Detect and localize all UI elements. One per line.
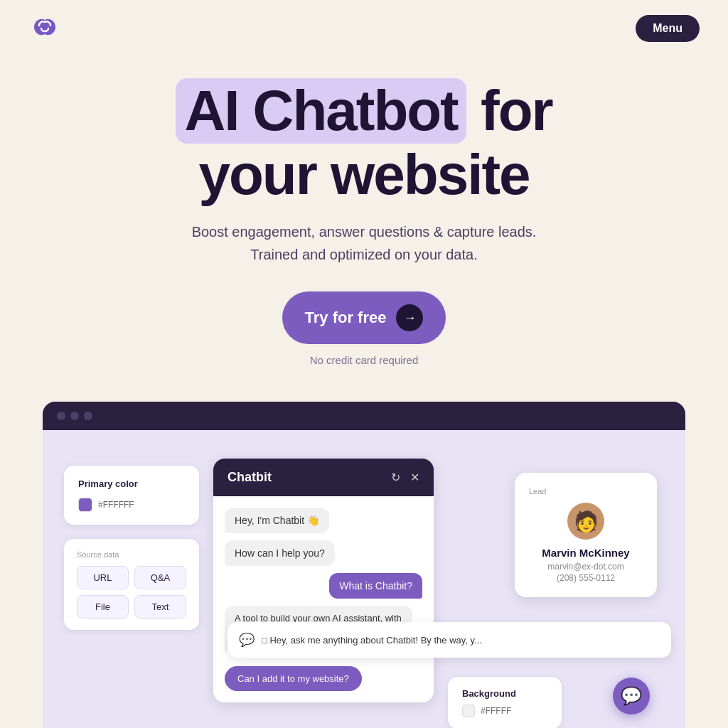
source-data-card: Source data URL Q&A File Text [64, 539, 199, 630]
chat-notification: 💬 □ Hey, ask me anything about Chatbit! … [228, 622, 671, 658]
menu-button[interactable]: Menu [636, 15, 700, 42]
background-card: Background #FFFFF [448, 677, 562, 728]
source-item-url[interactable]: URL [77, 566, 129, 589]
bg-swatch[interactable] [462, 705, 475, 717]
right-area: Lead 🧑 Marvin McKinney marvin@ex-dot.com… [448, 459, 664, 728]
color-swatch-row: #FFFFFF [78, 498, 185, 512]
notification-text: □ Hey, ask me anything about Chatbit! By… [262, 635, 482, 646]
bg-hex-value: #FFFFF [481, 706, 511, 716]
lead-email: marvin@ex-dot.com [529, 562, 643, 572]
notification-icon: 💬 [239, 632, 255, 648]
logo[interactable] [28, 14, 61, 43]
chatbot-panel: Chatbit ↻ ✕ Hey, I'm Chatbit 👋 How can I… [213, 459, 434, 702]
color-hex-value: #FFFFFF [98, 500, 134, 510]
source-item-file[interactable]: File [77, 595, 129, 619]
primary-color-label: Primary color [78, 478, 185, 489]
cta-label: Try for free [305, 309, 387, 327]
source-item-text[interactable]: Text [134, 595, 186, 619]
navbar: Menu [0, 0, 728, 57]
chatbot-cta-button[interactable]: Can I add it to my website? [225, 666, 362, 691]
primary-color-card: Primary color #FFFFFF [64, 466, 199, 525]
headline-highlight: AI Chatbot [176, 78, 466, 144]
browser-dot-3 [84, 412, 92, 420]
user-message: What is Chatbit? [225, 573, 422, 599]
lead-card: Lead 🧑 Marvin McKinney marvin@ex-dot.com… [515, 473, 657, 597]
lead-name: Marvin McKinney [529, 547, 643, 559]
lead-avatar: 🧑 [567, 503, 604, 540]
lead-label: Lead [529, 487, 643, 496]
cta-button[interactable]: Try for free → [282, 291, 446, 344]
source-data-label: Source data [77, 550, 186, 559]
color-swatch[interactable] [78, 498, 92, 512]
lead-phone: (208) 555-0112 [529, 573, 643, 583]
browser-content: Primary color #FFFFFF Source data URL Q&… [43, 430, 685, 728]
bg-swatch-row: #FFFFF [462, 705, 547, 717]
browser-dot-2 [70, 412, 79, 420]
hero-subtext: Boost engagement, answer questions & cap… [186, 220, 542, 266]
chat-widget-icon: 💬 [621, 686, 642, 706]
bot-message-2: How can I help you? [225, 540, 422, 566]
cta-arrow-icon: → [396, 304, 423, 331]
close-icon[interactable]: ✕ [410, 471, 419, 484]
background-card-label: Background [462, 688, 547, 699]
hero-headline: AI Chatbot for your website [14, 78, 714, 206]
chatbot-header: Chatbit ↻ ✕ [213, 459, 434, 496]
headline-part3: your website [198, 143, 529, 206]
chatbot-body: Hey, I'm Chatbit 👋 How can I help you? W… [213, 496, 434, 702]
no-credit-card-text: No credit card required [14, 354, 714, 366]
refresh-icon[interactable]: ↻ [391, 471, 400, 484]
chatbot-cta-wrap: Can I add it to my website? [225, 659, 422, 691]
browser-mockup: Primary color #FFFFFF Source data URL Q&… [43, 402, 685, 728]
chat-widget-button[interactable]: 💬 [613, 678, 650, 714]
browser-bar [43, 402, 685, 430]
source-item-qa[interactable]: Q&A [134, 566, 186, 589]
bot-message-1: Hey, I'm Chatbit 👋 [225, 508, 422, 533]
chatbot-title: Chatbit [228, 470, 272, 485]
browser-dot-1 [57, 412, 65, 420]
headline-part2: for [481, 79, 552, 142]
source-data-grid: URL Q&A File Text [77, 566, 186, 619]
chatbot-header-icons: ↻ ✕ [391, 471, 419, 484]
hero-section: AI Chatbot for your website Boost engage… [0, 57, 728, 402]
